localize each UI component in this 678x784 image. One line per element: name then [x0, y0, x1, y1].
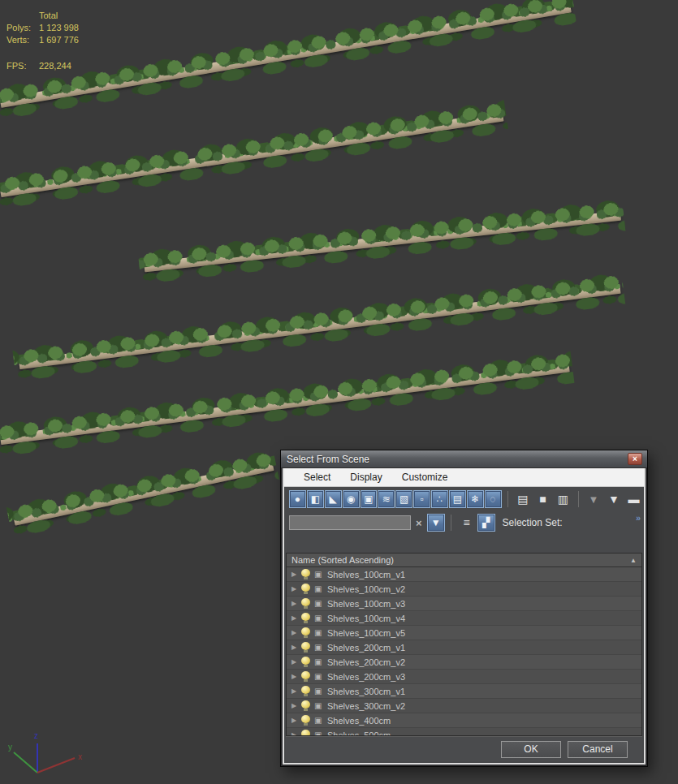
display-shapes-icon[interactable]: ◧	[307, 490, 324, 508]
list-item[interactable]: ▶ ▣ Shelves_500cm	[287, 728, 641, 736]
dialog-button-bar: OK Cancel	[286, 736, 642, 761]
display-geometry-icon[interactable]: ●	[289, 490, 306, 508]
x-axis-label: x	[78, 752, 82, 761]
close-button[interactable]: ×	[628, 453, 642, 465]
toolbar-separator	[507, 491, 508, 507]
lightbulb-icon	[301, 700, 310, 711]
expand-arrow-icon[interactable]: ▶	[291, 673, 301, 680]
group-icon: ▣	[314, 672, 327, 681]
display-helpers-icon[interactable]: ▣	[361, 490, 378, 508]
select-range-icon[interactable]: ▬	[625, 490, 642, 508]
group-icon: ▣	[314, 657, 327, 666]
group-icon: ▣	[314, 643, 327, 652]
dialog-search-row: × ▼ ≡ ▞ Selection Set: »	[284, 511, 644, 534]
list-item[interactable]: ▶ ▣ Shelves_100cm_v3	[287, 597, 641, 611]
expand-arrow-icon[interactable]: ▶	[291, 585, 301, 592]
shelf-3d-object[interactable]	[5, 445, 281, 546]
list-column-header[interactable]: Name (Sorted Ascending) ▲	[287, 554, 641, 567]
stats-fps-value: 228,244	[39, 60, 71, 72]
display-hidden-objects-icon[interactable]: ◌	[485, 490, 502, 508]
group-icon: ▣	[314, 716, 327, 725]
expand-arrow-icon[interactable]: ▶	[291, 614, 301, 622]
group-icon: ▣	[314, 570, 327, 579]
display-cameras-icon[interactable]: ◉	[343, 490, 360, 508]
expand-arrow-icon[interactable]: ▶	[291, 687, 301, 695]
display-containers-icon[interactable]: ▤	[449, 490, 466, 508]
display-xrefs-icon[interactable]: ▫	[413, 490, 430, 508]
sort-ascending-icon: ▲	[630, 557, 637, 564]
expand-arrow-icon[interactable]: ▶	[291, 629, 301, 636]
expand-arrow-icon[interactable]: ▶	[291, 702, 301, 709]
viewport-stats-overlay: Total Polys:1 123 998 Verts:1 697 776 FP…	[6, 10, 79, 72]
display-spacewarps-icon[interactable]: ≋	[378, 490, 395, 508]
list-item[interactable]: ▶ ▣ Shelves_200cm_v1	[287, 640, 641, 655]
display-bones-icon[interactable]: ∴	[431, 490, 448, 508]
group-icon: ▣	[314, 584, 327, 593]
menu-select[interactable]: Select	[294, 469, 340, 485]
expand-arrow-icon[interactable]: ▶	[291, 717, 301, 724]
object-name: Shelves_200cm_v3	[327, 672, 405, 682]
lightbulb-icon	[301, 613, 310, 623]
object-name: Shelves_300cm_v1	[327, 687, 405, 696]
lightbulb-icon	[301, 627, 310, 638]
list-item[interactable]: ▶ ▣ Shelves_200cm_v3	[287, 670, 641, 684]
object-name: Shelves_100cm_v3	[327, 599, 405, 609]
selection-set-label: Selection Set:	[503, 517, 563, 528]
lightbulb-icon	[301, 671, 310, 682]
search-input[interactable]	[289, 515, 411, 530]
select-from-scene-dialog: Select From Scene × SelectDisplayCustomi…	[280, 450, 648, 767]
layers-icon[interactable]: ≡	[458, 514, 476, 532]
lightbulb-icon	[301, 642, 310, 653]
name-column-label: Name (Sorted Ascending)	[291, 555, 394, 565]
z-axis-label: z	[34, 731, 38, 740]
object-name: Shelves_200cm_v1	[327, 643, 405, 653]
menu-display[interactable]: Display	[340, 469, 391, 485]
list-item[interactable]: ▶ ▣ Shelves_100cm_v1	[287, 567, 641, 582]
group-icon: ▣	[314, 599, 327, 608]
toolbar-separator	[578, 491, 579, 507]
menu-customize[interactable]: Customize	[392, 469, 458, 485]
object-name: Shelves_500cm	[327, 730, 391, 737]
lightbulb-icon	[301, 598, 310, 609]
list-item[interactable]: ▶ ▣ Shelves_300cm_v2	[287, 699, 641, 713]
expand-arrow-icon[interactable]: ▶	[291, 600, 301, 607]
object-name: Shelves_100cm_v2	[327, 584, 405, 594]
lightbulb-icon	[301, 715, 310, 726]
world-axis-tripod: z y x	[0, 729, 89, 782]
ok-button[interactable]: OK	[501, 741, 561, 758]
search-filter-icon[interactable]: ▼	[427, 514, 445, 532]
filter-config-icon[interactable]: ▼	[605, 490, 622, 508]
list-item[interactable]: ▶ ▣ Shelves_100cm_v5	[287, 626, 641, 640]
display-outline-view-icon[interactable]: ▥	[555, 490, 572, 508]
expand-arrow-icon[interactable]: ▶	[291, 658, 301, 666]
display-groups-icon[interactable]: ▧	[395, 490, 412, 508]
expand-arrow-icon[interactable]: ▶	[291, 644, 301, 651]
stats-total-header: Total	[39, 10, 58, 22]
display-frozen-objects-icon[interactable]: ❄	[467, 490, 484, 508]
object-name: Shelves_100cm_v4	[327, 614, 405, 623]
lightbulb-icon	[301, 569, 310, 579]
list-item[interactable]: ▶ ▣ Shelves_100cm_v2	[287, 582, 641, 597]
list-item[interactable]: ▶ ▣ Shelves_400cm	[287, 713, 641, 728]
group-icon: ▣	[314, 628, 327, 637]
display-blank-view-icon[interactable]: ■	[534, 490, 551, 508]
list-item[interactable]: ▶ ▣ Shelves_300cm_v1	[287, 684, 641, 699]
stats-polys-label: Polys:	[6, 22, 39, 34]
list-item[interactable]: ▶ ▣ Shelves_200cm_v2	[287, 655, 641, 670]
dialog-titlebar[interactable]: Select From Scene ×	[281, 450, 647, 468]
stats-polys-value: 1 123 998	[39, 22, 79, 34]
clear-search-icon[interactable]: ×	[416, 517, 422, 529]
display-lights-icon[interactable]: ◣	[325, 490, 342, 508]
display-children-list-icon[interactable]: ▤	[514, 490, 531, 508]
lightbulb-icon	[301, 584, 310, 594]
object-name: Shelves_100cm_v5	[327, 628, 405, 638]
expand-arrow-icon[interactable]: ▶	[291, 571, 301, 578]
y-axis-label: y	[8, 743, 12, 752]
hierarchy-mode-icon[interactable]: ▞	[477, 514, 495, 532]
filter-funnel-icon[interactable]: ▼	[585, 490, 602, 508]
lightbulb-icon	[301, 686, 310, 696]
list-item[interactable]: ▶ ▣ Shelves_100cm_v4	[287, 611, 641, 626]
cancel-button[interactable]: Cancel	[568, 741, 628, 758]
dialog-client-area: SelectDisplayCustomize ●◧◣◉▣≋▧▫∴▤❄◌ ▤■▥ …	[283, 468, 646, 765]
more-chevron-icon[interactable]: »	[636, 513, 641, 523]
